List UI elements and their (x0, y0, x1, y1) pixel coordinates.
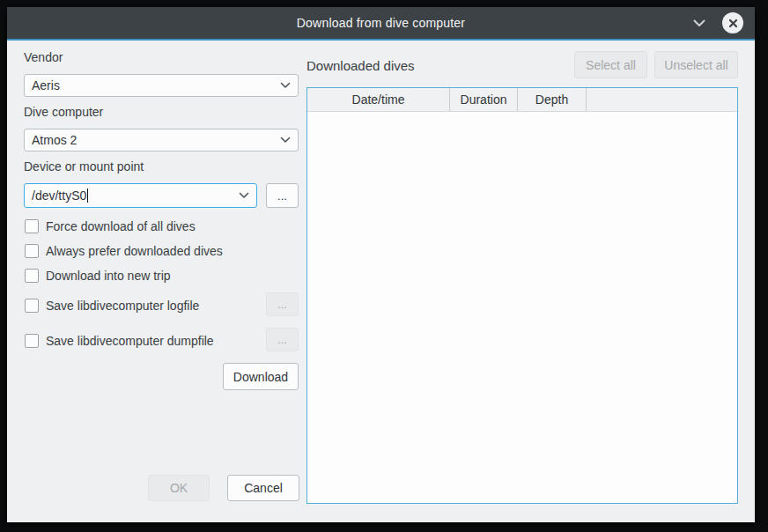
column-header-datetime[interactable]: Date/time (307, 88, 450, 111)
table-header-row: Date/time Duration Depth (307, 88, 737, 112)
download-dialog-window: Download from dive computer Vendor Aeris… (7, 7, 755, 522)
logfile-browse-button[interactable]: ... (266, 292, 299, 316)
column-header-depth[interactable]: Depth (518, 88, 587, 111)
force-download-checkbox[interactable] (25, 219, 39, 233)
new-trip-checkbox[interactable] (25, 269, 39, 283)
checkbox-row-logfile: Save libdivecomputer logfile (25, 298, 199, 314)
save-dumpfile-label: Save libdivecomputer dumpfile (46, 334, 214, 348)
dive-computer-value: Atmos 2 (32, 133, 280, 147)
chevron-down-icon (280, 137, 291, 144)
text-caret (87, 188, 88, 203)
vendor-value: Aeris (32, 78, 280, 92)
column-header-duration[interactable]: Duration (450, 88, 518, 111)
cancel-button[interactable]: Cancel (227, 475, 299, 501)
checkbox-row-new-trip: Download into new trip (25, 268, 171, 284)
prefer-downloaded-label: Always prefer downloaded dives (46, 244, 223, 258)
titlebar[interactable]: Download from dive computer (7, 7, 755, 39)
vendor-select[interactable]: Aeris (24, 74, 299, 97)
dumpfile-browse-button[interactable]: ... (266, 328, 299, 351)
unselect-all-button[interactable]: Unselect all (654, 51, 738, 78)
dive-computer-label: Dive computer (24, 105, 103, 119)
new-trip-label: Download into new trip (46, 269, 171, 283)
chevron-down-icon (239, 192, 249, 199)
checkbox-row-dumpfile: Save libdivecomputer dumpfile (25, 333, 214, 349)
shade-button[interactable] (686, 7, 713, 39)
dive-computer-select[interactable]: Atmos 2 (24, 129, 299, 151)
downloaded-dives-table[interactable]: Date/time Duration Depth (306, 87, 738, 504)
close-button[interactable] (718, 7, 748, 39)
close-icon (722, 12, 743, 33)
titlebar-accent-line (7, 39, 755, 41)
select-all-button[interactable]: Select all (574, 51, 647, 78)
save-dumpfile-checkbox[interactable] (25, 334, 39, 348)
device-label: Device or mount point (24, 159, 144, 174)
device-browse-button[interactable]: ... (266, 183, 299, 208)
device-input[interactable]: /dev/ttyS0 (24, 183, 257, 208)
chevron-down-icon (280, 82, 291, 89)
column-header-extra[interactable] (587, 88, 737, 111)
save-logfile-checkbox[interactable] (25, 299, 39, 313)
ok-button[interactable]: OK (148, 475, 210, 501)
prefer-downloaded-checkbox[interactable] (25, 244, 39, 258)
downloaded-dives-heading: Downloaded dives (306, 58, 415, 73)
device-value: /dev/ttyS0 (32, 188, 86, 203)
force-download-label: Force download of all dives (46, 219, 196, 233)
vendor-label: Vendor (24, 50, 63, 64)
checkbox-row-force-download: Force download of all dives (25, 218, 196, 234)
save-logfile-label: Save libdivecomputer logfile (46, 299, 199, 313)
window-title: Download from dive computer (297, 16, 465, 30)
chevron-down-icon (693, 19, 705, 27)
checkbox-row-prefer-downloaded: Always prefer downloaded dives (25, 243, 223, 259)
download-button[interactable]: Download (223, 363, 299, 390)
